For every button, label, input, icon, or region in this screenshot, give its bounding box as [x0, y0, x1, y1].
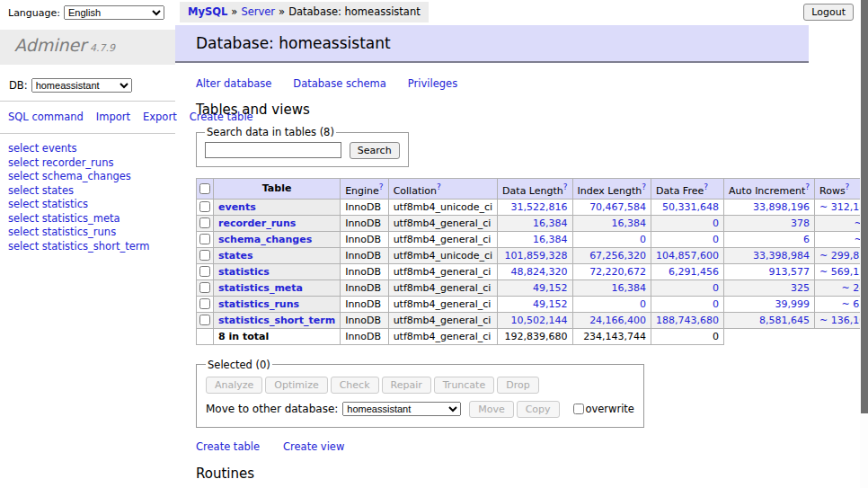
sidebar-item-select-statistics_short_term[interactable]: select statistics_short_term	[8, 241, 175, 253]
sidebar: Adminer4.7.9 DB:homeassistant SQL comman…	[0, 0, 175, 488]
breadcrumb-mysql-link[interactable]: MySQL	[188, 5, 227, 18]
row-checkbox[interactable]	[199, 282, 210, 293]
auto-increment-link[interactable]: 8,581,645	[759, 315, 810, 326]
auto-increment-link[interactable]: 378	[791, 217, 810, 229]
auto-increment-link[interactable]: 913,577	[769, 266, 810, 278]
data-length-link[interactable]: 16,384	[533, 234, 568, 245]
index-length-link[interactable]: 0	[640, 298, 646, 310]
table-name-link[interactable]: schema_changes	[218, 234, 312, 245]
table-name-link[interactable]: events	[218, 201, 256, 213]
create-table-link-bottom[interactable]: Create table	[196, 440, 260, 453]
move-row: Move to other database:homeassistant Mov…	[206, 401, 634, 418]
optimize-button[interactable]: Optimize	[265, 377, 327, 394]
sidebar-item-select-statistics[interactable]: select statistics	[8, 199, 175, 210]
data-length-link[interactable]: 16,384	[533, 217, 568, 229]
help-icon[interactable]: ?	[563, 182, 568, 191]
truncate-button[interactable]: Truncate	[434, 377, 494, 394]
help-icon[interactable]: ?	[805, 182, 810, 191]
export-link[interactable]: Export	[143, 111, 177, 123]
row-checkbox[interactable]	[199, 201, 210, 212]
table-header-row: Table Engine? Collation? Data Length? In…	[197, 179, 868, 200]
table-name-link[interactable]: statistics	[218, 266, 270, 278]
sql-command-link[interactable]: SQL command	[8, 111, 84, 123]
copy-button[interactable]: Copy	[517, 401, 560, 418]
row-checkbox[interactable]	[199, 234, 210, 244]
index-length-link[interactable]: 70,467,584	[589, 201, 646, 213]
scrollbar[interactable]	[860, 0, 868, 488]
scrollbar-thumb[interactable]	[861, 0, 868, 413]
row-checkbox[interactable]	[199, 298, 210, 309]
data-length-link[interactable]: 49,152	[533, 282, 568, 294]
data-length-link[interactable]: 31,522,816	[511, 201, 568, 213]
row-checkbox[interactable]	[199, 266, 210, 277]
sidebar-item-select-statistics_runs[interactable]: select statistics_runs	[8, 226, 175, 238]
data-length-link[interactable]: 49,152	[533, 298, 568, 310]
index-length-link[interactable]: 72,220,672	[589, 266, 646, 278]
sidebar-item-select-statistics_meta[interactable]: select statistics_meta	[8, 213, 175, 225]
sidebar-item-select-states[interactable]: select states	[8, 185, 175, 197]
auto-increment-link[interactable]: 39,999	[775, 298, 810, 310]
table-name-link[interactable]: statistics_meta	[218, 282, 303, 294]
row-checkbox[interactable]	[199, 315, 210, 325]
create-view-link[interactable]: Create view	[283, 440, 344, 453]
data-length-link[interactable]: 10,502,144	[511, 315, 568, 326]
collation-cell: utf8mb4_general_ci	[388, 263, 497, 279]
alter-database-link[interactable]: Alter database	[196, 77, 271, 90]
auto-increment-link[interactable]: 33,898,196	[753, 201, 810, 213]
privileges-link[interactable]: Privileges	[408, 77, 457, 90]
index-length-link[interactable]: 24,166,400	[589, 315, 646, 326]
data-free-link[interactable]: 0	[713, 234, 719, 245]
auto-increment-link[interactable]: 325	[791, 282, 810, 294]
index-length-link[interactable]: 67,256,320	[589, 250, 646, 262]
table-name-link[interactable]: statistics_runs	[218, 298, 299, 310]
table-name-link[interactable]: recorder_runs	[218, 217, 296, 229]
index-length-link[interactable]: 16,384	[612, 217, 647, 229]
help-icon[interactable]: ?	[437, 182, 441, 191]
data-free-link[interactable]: 0	[713, 217, 719, 229]
data-length-link[interactable]: 48,824,320	[511, 266, 568, 278]
sidebar-item-select-events[interactable]: select events	[8, 143, 175, 155]
overwrite-label: overwrite	[585, 403, 634, 415]
table-name-link[interactable]: statistics_short_term	[218, 315, 335, 326]
row-checkbox[interactable]	[199, 217, 210, 228]
move-label: Move to other database:	[206, 403, 338, 415]
data-free-link[interactable]: 0	[713, 298, 719, 310]
sidebar-item-select-recorder_runs[interactable]: select recorder_runs	[8, 157, 175, 169]
table-row: statistics InnoDB utf8mb4_general_ci 48,…	[197, 263, 868, 279]
help-icon[interactable]: ?	[846, 182, 850, 191]
overwrite-checkbox[interactable]	[573, 404, 584, 414]
data-length-link[interactable]: 101,859,328	[505, 250, 568, 262]
table-name-link[interactable]: states	[218, 250, 253, 262]
index-length-link[interactable]: 16,384	[612, 282, 647, 294]
index-length-link[interactable]: 0	[640, 234, 646, 245]
sidebar-item-select-schema_changes[interactable]: select schema_changes	[8, 171, 175, 182]
column-header-index-length: Index Length?	[572, 179, 651, 200]
search-input[interactable]	[205, 142, 341, 158]
help-icon[interactable]: ?	[642, 182, 646, 191]
data-free-link[interactable]: 50,331,648	[662, 201, 719, 213]
analyze-button[interactable]: Analyze	[206, 377, 262, 394]
data-free-link[interactable]: 188,743,680	[656, 315, 719, 326]
data-free-link[interactable]: 6,291,456	[669, 266, 719, 278]
search-button[interactable]: Search	[350, 142, 400, 159]
auto-increment-link[interactable]: 33,398,984	[753, 250, 810, 262]
collation-cell: utf8mb4_general_ci	[388, 279, 497, 296]
logout-button[interactable]: Logout	[803, 4, 854, 21]
data-free-link[interactable]: 104,857,600	[656, 250, 719, 262]
database-schema-link[interactable]: Database schema	[293, 77, 385, 90]
row-checkbox[interactable]	[199, 250, 210, 261]
drop-button[interactable]: Drop	[497, 377, 538, 394]
breadcrumb-server-link[interactable]: Server	[241, 5, 275, 18]
select-all-checkbox[interactable]	[199, 183, 210, 194]
check-button[interactable]: Check	[331, 377, 379, 394]
repair-button[interactable]: Repair	[382, 377, 431, 394]
import-link[interactable]: Import	[96, 111, 130, 123]
move-button[interactable]: Move	[469, 401, 514, 418]
auto-increment-link[interactable]: 6	[803, 234, 810, 245]
help-icon[interactable]: ?	[379, 182, 384, 191]
collation-cell: utf8mb4_general_ci	[388, 215, 497, 231]
db-select[interactable]: homeassistant	[31, 78, 132, 93]
move-database-select[interactable]: homeassistant	[342, 402, 461, 416]
help-icon[interactable]: ?	[704, 182, 708, 191]
data-free-link[interactable]: 0	[713, 282, 719, 294]
